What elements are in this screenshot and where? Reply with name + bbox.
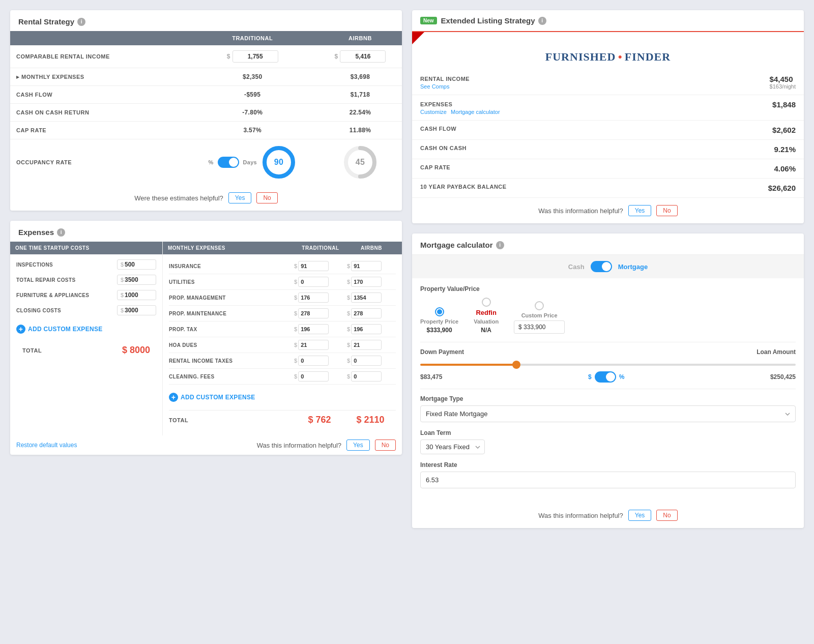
utilities-trad-wrap: $ <box>292 277 343 287</box>
redfin-label: Redfin <box>476 309 496 316</box>
expense-row-inspections: INSPECTIONS $ <box>16 259 156 270</box>
ext-helpful-no[interactable]: No <box>656 205 677 216</box>
cleaning-airbnb-wrap: $ <box>345 371 396 382</box>
mortgage-helpful-no[interactable]: No <box>656 510 677 521</box>
rental-helpful-yes[interactable]: Yes <box>228 192 252 203</box>
customize-link[interactable]: Customize <box>420 109 447 115</box>
rental-col-header-label <box>10 31 187 45</box>
expenses-helpful-no[interactable]: No <box>375 440 396 451</box>
furnished-finder-logo: FURNISHED ● FINDER <box>412 44 804 70</box>
mortgage-type-label: Mortgage Type <box>420 395 796 402</box>
interest-rate-group: Interest Rate <box>420 461 796 488</box>
utilities-airbnb-wrap: $ <box>345 277 396 287</box>
loan-term-select[interactable]: 30 Years Fixed <box>420 440 485 454</box>
hoa-airbnb-wrap: $ <box>345 340 396 350</box>
rental-strategy-info-icon[interactable]: i <box>77 18 85 26</box>
loan-amount-label: Loan Amount <box>757 348 796 356</box>
custom-price-option[interactable]: Custom Price <box>514 301 565 334</box>
row-airbnb-coc: 22.54% <box>318 104 402 122</box>
utilities-airbnb-input[interactable] <box>351 277 382 287</box>
hoa-airbnb-input[interactable] <box>351 340 382 350</box>
rental-tax-trad-input[interactable] <box>298 356 329 366</box>
cleaning-trad-input[interactable] <box>298 371 329 382</box>
prop-maint-label: PROP. MAINTENANCE <box>169 311 290 316</box>
prop-tax-trad-input[interactable] <box>298 324 329 334</box>
occupancy-traditional: % Days 90 <box>187 139 318 186</box>
interest-rate-input[interactable] <box>420 472 796 488</box>
row-airbnb-expenses: $3,698 <box>318 68 402 86</box>
furniture-input[interactable] <box>125 291 153 299</box>
expenses-info-icon[interactable]: i <box>57 228 65 237</box>
prop-tax-airbnb-wrap: $ <box>345 324 396 334</box>
rental-tax-label: RENTAL INCOME TAXES <box>169 358 290 364</box>
mortgage-helpful-yes[interactable]: Yes <box>628 510 652 521</box>
down-payment-slider[interactable] <box>420 364 796 366</box>
insurance-trad-input[interactable] <box>298 261 329 271</box>
airbnb-income-input[interactable] <box>340 50 386 63</box>
ext-helpful-yes[interactable]: Yes <box>628 205 652 216</box>
table-row: CAP RATE 3.57% 11.88% <box>10 122 402 139</box>
ext-helpful-row: Was this information helpful? Yes No <box>412 198 804 223</box>
closing-input[interactable] <box>125 307 153 314</box>
repair-input[interactable] <box>125 276 153 283</box>
mortgage-calc-link[interactable]: Mortgage calculator <box>451 109 500 115</box>
inspections-input[interactable] <box>125 261 153 268</box>
rental-tax-trad-wrap: $ <box>292 356 343 366</box>
property-price-option[interactable]: Property Price $333,900 <box>420 307 458 334</box>
property-price-radio[interactable] <box>435 307 444 316</box>
valuation-option[interactable]: Redfin Valuation N/A <box>474 298 499 334</box>
mortgage-type-select[interactable]: Fixed Rate Mortgage <box>420 405 796 422</box>
mortgage-info-icon[interactable]: i <box>496 241 504 249</box>
occupancy-value-airbnb: 45 <box>356 158 365 167</box>
monthly-total-airbnb: $ 2110 <box>345 415 396 425</box>
cash-label: Cash <box>568 263 585 271</box>
mortgage-helpful-row: Was this information helpful? Yes No <box>412 503 804 528</box>
occupancy-toggle[interactable] <box>218 157 239 168</box>
extended-listing-header: New Extended Listing Strategy i <box>412 10 804 32</box>
row-label-coc: CASH ON CASH RETURN <box>10 104 187 122</box>
dollar-pct-toggle-group: $ % <box>588 371 624 383</box>
add-custom-expense-button-right[interactable]: + ADD CUSTOM EXPENSE <box>169 389 255 406</box>
cash-mortgage-toggle[interactable] <box>591 261 612 272</box>
prop-maint-airbnb-input[interactable] <box>351 308 382 318</box>
prop-maint-trad-input[interactable] <box>298 308 329 318</box>
rental-helpful-no[interactable]: No <box>256 192 277 203</box>
valuation-radio[interactable] <box>482 298 491 307</box>
expenses-helpful-yes[interactable]: Yes <box>346 440 370 451</box>
occupancy-airbnb: 45 <box>318 139 402 186</box>
row-label-caprate: CAP RATE <box>10 122 187 139</box>
hoa-trad-input[interactable] <box>298 340 329 350</box>
cleaning-airbnb-input[interactable] <box>351 371 382 382</box>
prop-mgmt-airbnb-input[interactable] <box>351 292 382 303</box>
rental-tax-airbnb-input[interactable] <box>351 356 382 366</box>
monthly-total-traditional: $ 762 <box>294 415 345 425</box>
property-value-radio-group: Property Price $333,900 Redfin Valuation… <box>420 298 796 334</box>
cash-mortgage-toggle-row: Cash Mortgage <box>412 255 804 278</box>
rental-strategy-table: TRADITIONAL AIRBNB COMPARABLE RENTAL INC… <box>10 31 402 185</box>
row-trad-expenses: $2,350 <box>187 68 318 86</box>
custom-price-radio[interactable] <box>535 301 544 310</box>
property-value-label: Property Value/Price <box>420 285 796 292</box>
extended-listing-card: New Extended Listing Strategy i FURNISHE… <box>412 10 804 223</box>
dollar-pct-toggle[interactable] <box>595 371 616 383</box>
utilities-trad-input[interactable] <box>298 277 329 287</box>
prop-tax-airbnb-input[interactable] <box>351 324 382 334</box>
restore-default-link[interactable]: Restore default values <box>16 442 77 449</box>
expenses-layout: ONE TIME STARTUP COSTS INSPECTIONS $ TOT… <box>10 242 402 435</box>
traditional-income-input[interactable] <box>232 50 278 63</box>
row-label-income: COMPARABLE RENTAL INCOME <box>10 45 187 68</box>
repair-label: TOTAL REPAIR COSTS <box>16 277 113 283</box>
ext-row-expenses: EXPENSES Customize Mortgage calculator $… <box>412 95 804 121</box>
see-comps-link[interactable]: See Comps <box>420 83 470 90</box>
insurance-airbnb-input[interactable] <box>351 261 382 271</box>
add-custom-expense-button-left[interactable]: + ADD CUSTOM EXPENSE <box>16 320 103 338</box>
custom-price-input[interactable] <box>514 320 565 334</box>
expense-row-repair: TOTAL REPAIR COSTS $ <box>16 275 156 285</box>
rental-helpful-question: Were these estimates helpful? <box>134 194 223 202</box>
monthly-row-prop-tax: PROP. TAX $ $ <box>169 321 396 337</box>
prop-mgmt-trad-input[interactable] <box>298 292 329 303</box>
ext-row-caprate: CAP RATE 4.06% <box>412 159 804 179</box>
extended-listing-info-icon[interactable]: i <box>538 17 546 25</box>
utilities-label: UTILITIES <box>169 279 290 285</box>
occupancy-donut-airbnb: 45 <box>342 144 378 180</box>
